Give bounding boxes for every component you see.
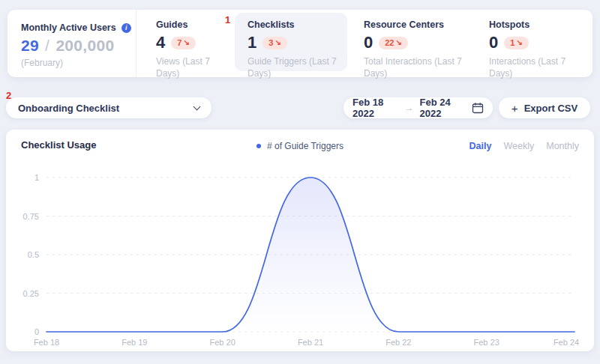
svg-text:0.75: 0.75 — [23, 212, 39, 221]
trend-value: 7 — [177, 38, 182, 47]
mau-current-value: 29 — [21, 37, 39, 54]
export-csv-button[interactable]: + Export CSV — [499, 97, 590, 118]
stat-label: Resource Centers — [364, 19, 488, 30]
svg-text:Feb 21: Feb 21 — [298, 338, 323, 347]
svg-text:Feb 19: Feb 19 — [122, 338, 147, 347]
trend-down-icon: ↘ — [396, 39, 402, 46]
svg-text:Feb 18: Feb 18 — [34, 338, 59, 347]
divider — [136, 10, 136, 77]
svg-text:1: 1 — [34, 173, 39, 182]
stats-bar: Monthly Active Users i 29 / 200,000 (Feb… — [8, 10, 592, 77]
trend-badge: 22 ↘ — [379, 37, 408, 49]
export-csv-label: Export CSV — [524, 103, 578, 114]
svg-text:Feb 20: Feb 20 — [210, 338, 236, 347]
trend-badge: 3 ↘ — [262, 37, 287, 49]
mau-numbers: 29 / 200,000 — [21, 37, 131, 55]
stat-label: Guides — [156, 19, 231, 30]
stat-label: Checklists — [248, 19, 347, 30]
checklist-usage-chart-card: Checklist Usage # of Guide Triggers Dail… — [6, 130, 594, 351]
info-icon[interactable]: i — [122, 23, 131, 33]
stat-card-resource-centers[interactable]: Resource Centers 0 22 ↘ Total Interactio… — [364, 19, 488, 79]
stat-subtitle: Views (Last 7 Days) — [156, 55, 231, 79]
svg-text:0.5: 0.5 — [28, 250, 39, 259]
date-range-picker[interactable]: Feb 18 2022 → Feb 24 2022 — [344, 97, 493, 118]
calendar-icon — [472, 102, 484, 114]
trend-value: 22 — [385, 38, 394, 47]
stat-card-hotspots[interactable]: Hotspots 0 1 ↘ Interactions (Last 7 Days… — [489, 19, 579, 79]
svg-text:Feb 23: Feb 23 — [474, 338, 500, 347]
trend-value: 1 — [510, 38, 514, 47]
stat-value: 1 — [248, 33, 256, 52]
monthly-active-users-block: Monthly Active Users i 29 / 200,000 (Feb… — [21, 22, 131, 68]
trend-down-icon: ↘ — [274, 39, 280, 46]
annotation-step-2: 2 — [6, 90, 11, 101]
plus-icon: + — [512, 102, 518, 115]
trend-badge: 7 ↘ — [171, 37, 196, 49]
mau-limit-value: 200,000 — [56, 37, 114, 54]
mau-title: Monthly Active Users — [21, 22, 116, 33]
svg-text:Feb 22: Feb 22 — [386, 338, 411, 347]
usage-area-chart: 00.250.50.751Feb 18Feb 19Feb 20Feb 21Feb… — [6, 130, 594, 351]
date-range-end: Feb 24 2022 — [420, 97, 466, 119]
stat-subtitle: Interactions (Last 7 Days) — [489, 55, 573, 79]
stat-subtitle: Guide Triggers (Last 7 Days) — [248, 55, 339, 79]
checklist-selector-value: Onboarding Checklist — [18, 103, 119, 114]
svg-text:0.25: 0.25 — [23, 289, 39, 298]
checklist-selector-dropdown[interactable]: Onboarding Checklist — [6, 97, 212, 118]
arrow-right-icon: → — [405, 103, 414, 113]
annotation-step-1: 1 — [225, 14, 230, 25]
stat-value: 0 — [489, 33, 498, 52]
stat-value: 0 — [364, 33, 373, 52]
svg-text:0: 0 — [34, 327, 39, 336]
trend-value: 3 — [268, 38, 273, 47]
stat-value: 4 — [156, 33, 165, 52]
date-range-start: Feb 18 2022 — [352, 97, 399, 119]
stat-label: Hotspots — [489, 19, 579, 30]
trend-badge: 1 ↘ — [504, 37, 529, 49]
mau-period: (February) — [21, 58, 131, 68]
svg-text:Feb 24: Feb 24 — [554, 338, 579, 347]
stat-card-guides[interactable]: Guides 4 7 ↘ Views (Last 7 Days) — [156, 19, 231, 79]
stat-card-checklists-selected[interactable]: Checklists 1 3 ↘ Guide Triggers (Last 7 … — [235, 13, 347, 71]
chevron-down-icon — [194, 103, 201, 110]
trend-down-icon: ↘ — [516, 39, 522, 46]
stat-subtitle: Total Interactions (Last 7 Days) — [364, 55, 480, 79]
mau-separator: / — [44, 37, 51, 54]
trend-down-icon: ↘ — [183, 39, 189, 46]
